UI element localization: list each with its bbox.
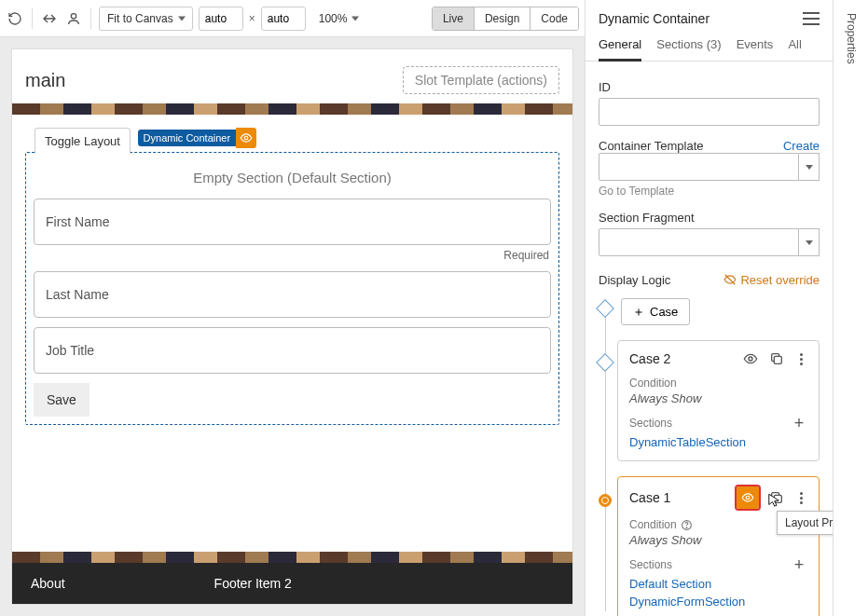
properties-panel: Dynamic Container General Sections (3) E…	[585, 0, 833, 616]
width-input[interactable]	[199, 7, 243, 31]
section-link[interactable]: DynamicTableSection	[629, 435, 807, 449]
id-label: ID	[599, 80, 820, 94]
layout-preview-button[interactable]	[737, 486, 759, 509]
collapse-icon[interactable]	[40, 9, 59, 28]
section-fragment-select[interactable]	[599, 228, 820, 256]
dynamic-container[interactable]: Empty Section (Default Section) First Na…	[25, 152, 559, 425]
selection-label: Dynamic Container	[138, 130, 237, 146]
case-menu-icon[interactable]	[794, 490, 807, 505]
tooltip: Layout Preview	[777, 511, 833, 535]
svg-point-1	[244, 136, 248, 140]
user-icon[interactable]	[64, 9, 83, 28]
mode-live[interactable]: Live	[433, 7, 474, 30]
case-menu-icon[interactable]	[794, 351, 807, 366]
svg-point-8	[686, 527, 687, 527]
fit-select[interactable]: Fit to Canvas	[99, 7, 193, 31]
top-toolbar: Fit to Canvas × 100% Live Design Code	[0, 0, 585, 37]
dimension-x: ×	[249, 12, 255, 25]
timeline-node-active-icon	[599, 494, 612, 507]
svg-point-3	[749, 357, 752, 361]
slot-template-actions[interactable]: Slot Template (actions)	[403, 66, 559, 94]
mode-code[interactable]: Code	[530, 7, 578, 30]
goto-template-link[interactable]: Go to Template	[599, 185, 820, 198]
properties-rail-tab[interactable]: Properties	[845, 13, 858, 64]
panel-menu-icon[interactable]	[803, 12, 820, 25]
panel-tabs: General Sections (3) Events All	[586, 30, 833, 62]
svg-rect-6	[774, 495, 781, 502]
duplicate-icon[interactable]	[768, 489, 785, 506]
timeline-node-icon	[596, 299, 614, 318]
section-link[interactable]: DynamicFormSection	[629, 595, 807, 609]
decorative-band	[12, 103, 572, 115]
chevron-down-icon[interactable]	[799, 228, 820, 256]
tab-events[interactable]: Events	[737, 37, 774, 61]
empty-section-label: Empty Section (Default Section)	[34, 160, 551, 198]
tab-sections[interactable]: Sections (3)	[656, 37, 721, 61]
condition-value: Always Show	[629, 391, 807, 405]
add-section-icon[interactable]	[791, 415, 807, 431]
display-logic-timeline: Case Case 2 Condition Always Show Sectio…	[599, 298, 820, 616]
id-input[interactable]	[599, 98, 820, 126]
visibility-icon[interactable]	[742, 350, 759, 367]
required-label: Required	[34, 249, 549, 262]
first-name-field[interactable]: First Name	[34, 198, 551, 245]
create-link[interactable]: Create	[783, 139, 820, 153]
footer-col-2: Footer Item 2	[214, 576, 292, 591]
decorative-band-bottom	[12, 552, 572, 563]
tab-general[interactable]: General	[599, 37, 641, 62]
svg-point-5	[746, 496, 750, 500]
svg-point-0	[71, 13, 76, 18]
help-icon[interactable]	[681, 519, 693, 531]
toggle-layout-tab[interactable]: Toggle Layout	[34, 128, 131, 154]
right-rail: Properties	[833, 0, 868, 616]
refresh-icon[interactable]	[6, 9, 24, 28]
section-link[interactable]: Default Section	[629, 577, 807, 591]
height-input[interactable]	[261, 7, 306, 31]
reset-override-link[interactable]: Reset override	[723, 273, 820, 287]
save-button[interactable]: Save	[34, 383, 90, 417]
condition-label: Condition	[629, 376, 807, 390]
selection-badge: Dynamic Container	[138, 128, 257, 148]
svg-rect-4	[774, 356, 781, 363]
container-template-select[interactable]	[599, 153, 820, 181]
tab-all[interactable]: All	[788, 37, 801, 61]
zoom-select[interactable]: 100%	[311, 7, 366, 31]
add-case-button[interactable]: Case	[621, 298, 690, 325]
case-card-1[interactable]: Case 1 Layout Preview Condition Always S…	[617, 476, 820, 616]
page-footer: About Footer Item 2	[12, 563, 572, 604]
case-title: Case 2	[629, 351, 670, 366]
sections-label: Sections	[629, 558, 672, 571]
container-template-label: Container Template	[599, 139, 704, 153]
page-frame: main Slot Template (actions) Toggle Layo…	[11, 48, 573, 605]
canvas: main Slot Template (actions) Toggle Layo…	[0, 37, 585, 616]
last-name-field[interactable]: Last Name	[34, 271, 551, 318]
mode-design[interactable]: Design	[474, 7, 530, 30]
duplicate-icon[interactable]	[768, 350, 785, 367]
footer-col-1: About	[31, 576, 65, 591]
section-fragment-label: Section Fragment	[599, 211, 820, 225]
condition-value: Always Show	[629, 533, 807, 547]
case-title: Case 1	[629, 490, 670, 505]
mode-toggle: Live Design Code	[432, 7, 579, 31]
chevron-down-icon[interactable]	[799, 153, 820, 181]
job-title-field[interactable]: Job Title	[34, 327, 551, 374]
case-card-2[interactable]: Case 2 Condition Always Show Sections Dy…	[617, 340, 820, 461]
sections-label: Sections	[629, 417, 672, 430]
timeline-node-icon	[596, 353, 614, 372]
layout-preview-icon[interactable]	[236, 128, 256, 148]
add-section-icon[interactable]	[791, 556, 807, 573]
panel-title: Dynamic Container	[599, 11, 710, 26]
display-logic-label: Display Logic	[599, 273, 670, 287]
page-title: main	[25, 70, 65, 91]
